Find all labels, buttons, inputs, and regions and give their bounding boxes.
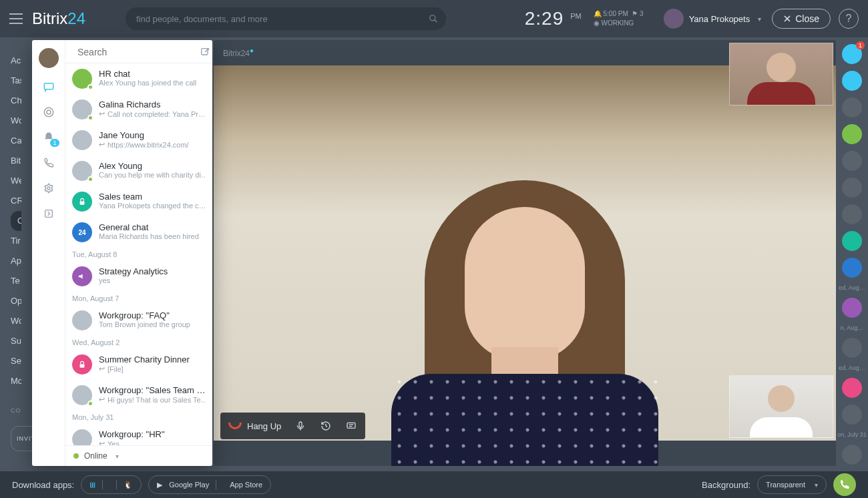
chat-item[interactable]: Jane Young↩ https://www.bitrix24.com/ — [65, 125, 212, 156]
chat-name: General chat — [99, 222, 199, 232]
chat-avatar — [72, 310, 92, 330]
nav-item[interactable]: Tir — [11, 231, 21, 251]
nav-item[interactable]: Ac — [11, 51, 21, 71]
settings-tab-icon[interactable] — [42, 182, 55, 195]
chat-preview: ↩ Hi guys! That is our Sales Te… — [99, 395, 206, 404]
nav-item[interactable]: Tas — [11, 71, 21, 91]
contact-bubble[interactable] — [842, 178, 862, 198]
svg-point-0 — [430, 15, 435, 21]
chat-item[interactable]: Alex YoungCan you help me with charity d… — [65, 156, 212, 186]
chat-item[interactable]: 24General chatMaria Richards has been hi… — [65, 217, 212, 248]
contact-bubble[interactable] — [842, 338, 862, 358]
nav-item[interactable]: Op — [11, 291, 21, 311]
notifications-tab-icon[interactable]: 1 — [42, 131, 55, 144]
hang-up-button[interactable]: Hang Up — [228, 421, 281, 431]
play-icon: ▶ — [157, 481, 162, 489]
nav-item[interactable]: Ca — [11, 131, 21, 151]
contact-bubble[interactable] — [842, 204, 862, 224]
time-value: 2:29 — [525, 8, 564, 29]
windows-icon: ⊞ — [89, 481, 95, 489]
app-logo[interactable]: Bitrix24 — [32, 9, 85, 28]
close-button[interactable]: Close — [772, 9, 831, 29]
chat-item[interactable]: Workgroup: "HR"↩ Yes — [65, 424, 212, 445]
nav-item[interactable]: Se — [11, 351, 21, 371]
group-bubble[interactable] — [842, 231, 862, 251]
nav-item[interactable]: CR — [11, 191, 21, 211]
contact-bubble[interactable] — [842, 405, 862, 425]
desktop-apps-pill[interactable]: ⊞ 🐧 — [81, 475, 142, 494]
nav-item[interactable]: Bit — [11, 151, 21, 171]
nav-item[interactable]: Te — [11, 271, 21, 291]
user-avatar — [664, 9, 684, 29]
global-search[interactable]: find people, documents, and more — [126, 7, 446, 30]
expand-tab-icon[interactable] — [42, 207, 55, 220]
group-bubble[interactable] — [842, 378, 862, 398]
mobile-apps-pill[interactable]: ▶Google Play App Store — [148, 475, 271, 494]
chat-search-input[interactable] — [77, 47, 194, 57]
chevron-down-icon: ▾ — [758, 15, 761, 23]
nav-item[interactable]: Ch — [11, 91, 21, 111]
chat-bubble[interactable] — [842, 71, 862, 91]
chat-icon[interactable] — [345, 420, 357, 432]
user-menu[interactable]: Yana Prokopets ▾ — [664, 9, 762, 29]
help-button[interactable]: ? — [839, 9, 859, 29]
background-label: Background: — [702, 480, 750, 490]
compose-icon[interactable] — [200, 47, 210, 57]
group-bubble[interactable] — [842, 298, 862, 318]
rail-date-label: ed, Aug… — [839, 284, 865, 291]
nav-item[interactable]: Co — [11, 211, 21, 231]
chat-item[interactable]: Galina Richards↩ Call not completed: Yan… — [65, 94, 212, 125]
menu-icon[interactable] — [9, 13, 23, 24]
chat-panel: 1 HR chatAlex Young has joined the callG… — [32, 40, 212, 466]
search-icon[interactable] — [429, 14, 438, 23]
chat-avatar — [72, 130, 92, 150]
contact-bubble[interactable] — [842, 151, 862, 171]
call-fab[interactable] — [833, 473, 856, 496]
background-select[interactable]: Transparent ▾ — [757, 475, 827, 494]
pip-remote[interactable] — [729, 43, 833, 105]
chat-avatar — [72, 354, 92, 375]
nav-item[interactable]: Wo — [11, 311, 21, 331]
svg-rect-17 — [80, 201, 85, 204]
chat-name: HR chat — [99, 69, 196, 79]
configure-label: CON — [11, 401, 21, 421]
self-avatar[interactable] — [39, 48, 59, 68]
presence-status[interactable]: Online ▾ — [65, 445, 212, 466]
search-placeholder: find people, documents, and more — [136, 14, 268, 24]
chat-item[interactable]: Sales teamYana Prokopets changed the c… — [65, 186, 212, 217]
chat-name: Workgroup: "FAQ" — [99, 310, 190, 320]
contact-bubble[interactable] — [842, 445, 862, 465]
hang-up-label: Hang Up — [247, 421, 281, 431]
clock-block: 2:29 PM 🔔 5:00 PM ⚑ 3 ◉ WORKING — [525, 8, 644, 29]
chat-item[interactable]: Strategy Analyticsyes — [65, 261, 212, 292]
chat-item[interactable]: Workgroup: "FAQ"Tom Brown joined the gro… — [65, 305, 212, 336]
chevron-down-icon: ▾ — [815, 481, 818, 489]
svg-line-1 — [435, 20, 437, 23]
nav-item[interactable]: Mo — [11, 371, 21, 391]
date-header: Mon, August 7 — [65, 292, 212, 305]
history-icon[interactable] — [320, 420, 332, 432]
chat-name: Alex Young — [99, 161, 206, 171]
nav-item[interactable]: Wo — [11, 111, 21, 131]
svg-point-11 — [47, 110, 51, 114]
notif-bubble[interactable]: 1 — [842, 44, 862, 64]
calls-tab-icon[interactable] — [42, 156, 55, 170]
chat-name: Strategy Analytics — [99, 266, 168, 276]
search-bubble[interactable] — [842, 97, 862, 117]
mic-icon[interactable] — [294, 420, 306, 432]
messages-tab-icon[interactable] — [42, 80, 55, 93]
nav-item[interactable]: Su — [11, 331, 21, 351]
chat-item[interactable]: Workgroup: "Sales Team Gr…↩ Hi guys! Tha… — [65, 380, 212, 411]
mentions-tab-icon[interactable] — [42, 105, 55, 119]
chat-name: Jane Young — [99, 130, 189, 140]
chat-name: Workgroup: "Sales Team Gr… — [99, 385, 206, 395]
chat-item[interactable]: Summer Charity Dinner↩ [File] — [65, 349, 212, 380]
pip-self[interactable] — [729, 375, 833, 438]
contact-bubble[interactable] — [842, 124, 862, 144]
group-bubble[interactable] — [842, 258, 862, 278]
nav-item[interactable]: We — [11, 171, 21, 191]
nav-item[interactable]: Ap — [11, 251, 21, 271]
chat-name: Summer Charity Dinner — [99, 354, 190, 364]
chat-item[interactable]: HR chatAlex Young has joined the call — [65, 63, 212, 94]
chat-avatar — [72, 69, 92, 89]
